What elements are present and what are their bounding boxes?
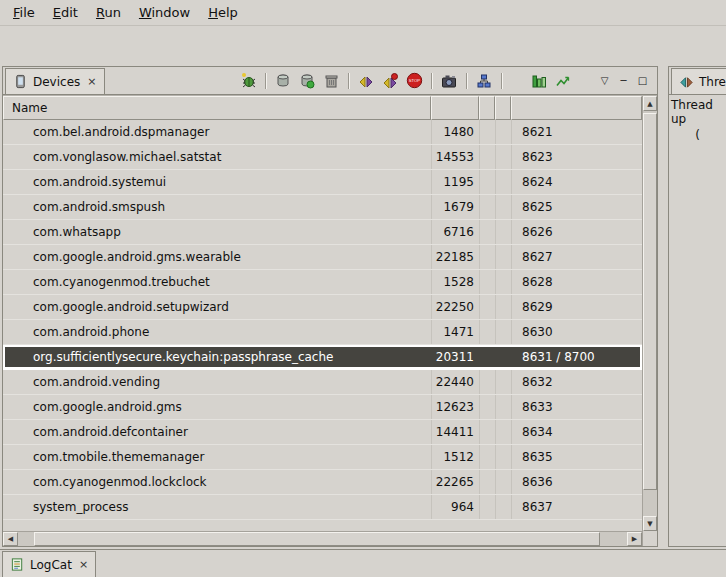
column-header-name[interactable]: Name: [3, 96, 431, 120]
cause-gc-icon[interactable]: [320, 71, 342, 91]
network-stats-icon[interactable]: [552, 71, 574, 91]
process-threads-cell: [495, 220, 511, 244]
tab-devices-close-icon[interactable]: ×: [85, 75, 96, 88]
tab-logcat-close-icon[interactable]: ×: [77, 558, 88, 571]
menu-item[interactable]: Run: [87, 3, 130, 22]
process-pid-cell: 22440: [431, 370, 479, 394]
update-threads-icon[interactable]: [355, 71, 377, 91]
process-pid-cell: 22185: [431, 245, 479, 269]
column-header-threads[interactable]: [495, 96, 511, 120]
scroll-left-icon[interactable]: ◀: [3, 532, 18, 546]
threads-tabbar: Threads: [669, 67, 726, 95]
process-row[interactable]: org.sufficientlysecure.keychain:passphra…: [3, 345, 642, 370]
devices-tabbar: Devices ×: [3, 67, 657, 95]
process-port-cell: 8632: [511, 370, 642, 394]
process-threads-cell: [495, 120, 511, 144]
process-pid-cell: 964: [431, 495, 479, 519]
vertical-scrollbar[interactable]: ▲ ▼: [642, 96, 657, 546]
process-port-cell: 8626: [511, 220, 642, 244]
debug-icon[interactable]: [237, 71, 259, 91]
process-heap-cell: [479, 445, 495, 469]
start-method-profiling-icon[interactable]: [379, 71, 401, 91]
process-pid-cell: 22250: [431, 295, 479, 319]
tab-logcat[interactable]: LogCat ×: [2, 551, 96, 577]
process-heap-cell: [479, 420, 495, 444]
process-name-cell: com.android.defcontainer: [3, 420, 431, 444]
sysinfo-icon[interactable]: [528, 71, 550, 91]
hscroll-thumb[interactable]: [34, 532, 600, 546]
tab-devices[interactable]: Devices ×: [5, 68, 105, 94]
process-name-cell: com.android.systemui: [3, 170, 431, 194]
stop-icon[interactable]: STOP: [403, 71, 425, 91]
process-pid-cell: 12623: [431, 395, 479, 419]
process-threads-cell: [495, 445, 511, 469]
threads-panel: Threads Thread up (: [668, 66, 726, 547]
process-pid-cell: 1679: [431, 195, 479, 219]
panel-splitter[interactable]: [658, 66, 668, 547]
scroll-right-icon[interactable]: ▶: [627, 532, 642, 546]
process-threads-cell: [495, 145, 511, 169]
process-port-cell: 8624: [511, 170, 642, 194]
toolbar-separator: [348, 73, 349, 89]
threads-message: Thread up (: [669, 95, 726, 546]
process-threads-cell: [495, 320, 511, 344]
process-row[interactable]: com.google.android.setupwizard 22250 862…: [3, 295, 642, 320]
process-row[interactable]: com.android.systemui 1195 8624: [3, 170, 642, 195]
scroll-up-icon[interactable]: ▲: [643, 96, 657, 111]
process-pid-cell: 1512: [431, 445, 479, 469]
process-pid-cell: 1195: [431, 170, 479, 194]
process-row[interactable]: com.cyanogenmod.trebuchet 1528 8628: [3, 270, 642, 295]
process-row[interactable]: system_process 964 8637: [3, 495, 642, 520]
horizontal-scrollbar[interactable]: ◀ ▶: [3, 531, 642, 546]
process-port-cell: 8637: [511, 495, 642, 519]
process-port-cell: 8621: [511, 120, 642, 144]
process-name-cell: org.sufficientlysecure.keychain:passphra…: [3, 345, 431, 369]
dump-view-hierarchy-icon[interactable]: [473, 71, 495, 91]
process-row[interactable]: com.android.vending 22440 8632: [3, 370, 642, 395]
tab-threads[interactable]: Threads: [671, 68, 726, 94]
process-port-cell: 8625: [511, 195, 642, 219]
update-heap-icon[interactable]: [272, 71, 294, 91]
screen-capture-icon[interactable]: [438, 71, 460, 91]
scroll-down-icon[interactable]: ▼: [643, 516, 657, 531]
process-heap-cell: [479, 470, 495, 494]
process-row[interactable]: com.whatsapp 6716 8626: [3, 220, 642, 245]
menubar: File Edit Run Window Help: [0, 0, 726, 26]
minimize-icon[interactable]: ─: [615, 72, 632, 89]
menu-item[interactable]: Edit: [44, 3, 87, 22]
vscroll-track[interactable]: [643, 111, 657, 516]
tab-devices-label: Devices: [33, 75, 80, 89]
process-threads-cell: [495, 345, 511, 369]
process-threads-cell: [495, 270, 511, 294]
vscroll-thumb[interactable]: [643, 113, 657, 490]
process-list: com.bel.android.dspmanager 1480 8621 com…: [3, 120, 642, 520]
process-row[interactable]: com.android.defcontainer 14411 8634: [3, 420, 642, 445]
column-header-port[interactable]: [511, 96, 642, 120]
process-pid-cell: 20311: [431, 345, 479, 369]
process-port-cell: 8623: [511, 145, 642, 169]
process-heap-cell: [479, 495, 495, 519]
process-name-cell: com.vonglasow.michael.satstat: [3, 145, 431, 169]
process-heap-cell: [479, 370, 495, 394]
process-row[interactable]: com.google.android.gms 12623 8633: [3, 395, 642, 420]
process-row[interactable]: com.tmobile.thememanager 1512 8635: [3, 445, 642, 470]
process-row[interactable]: com.vonglasow.michael.satstat 14553 8623: [3, 145, 642, 170]
menu-item[interactable]: Help: [199, 3, 247, 22]
process-row[interactable]: com.android.phone 1471 8630: [3, 320, 642, 345]
view-menu-icon[interactable]: ▽: [596, 72, 613, 89]
process-row[interactable]: com.android.smspush 1679 8625: [3, 195, 642, 220]
process-port-cell: 8631 / 8700: [511, 345, 642, 369]
menu-item[interactable]: File: [4, 3, 44, 22]
process-row[interactable]: com.bel.android.dspmanager 1480 8621: [3, 120, 642, 145]
process-name-cell: com.android.phone: [3, 320, 431, 344]
column-header-pid[interactable]: [431, 96, 479, 120]
process-row[interactable]: com.cyanogenmod.lockclock 22265 8636: [3, 470, 642, 495]
hscroll-track[interactable]: [18, 532, 627, 546]
device-icon: [13, 74, 28, 89]
column-header-heap[interactable]: [479, 96, 495, 120]
process-row[interactable]: com.google.android.gms.wearable 22185 86…: [3, 245, 642, 270]
dump-hprof-icon[interactable]: [296, 71, 318, 91]
process-name-cell: com.android.smspush: [3, 195, 431, 219]
menu-item[interactable]: Window: [130, 3, 199, 22]
maximize-icon[interactable]: □: [634, 72, 651, 89]
